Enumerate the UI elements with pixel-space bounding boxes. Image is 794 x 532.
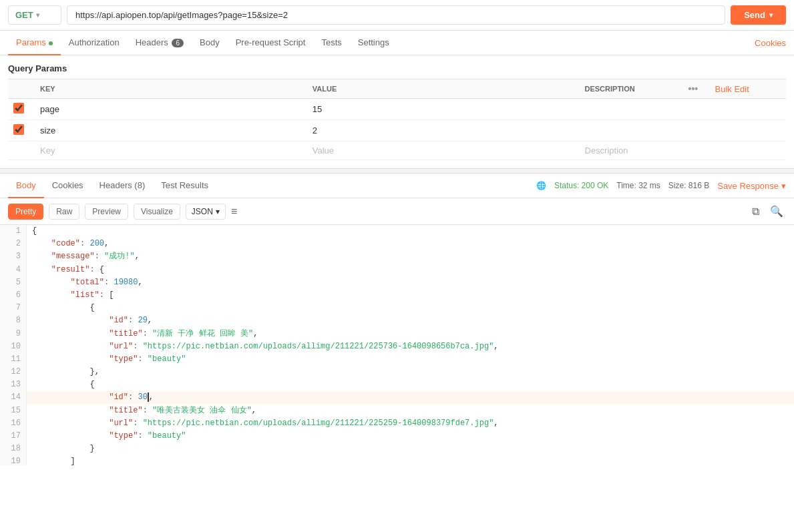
line-content-12: }, [27, 366, 794, 378]
json-format-chevron-icon: ▾ [216, 207, 220, 216]
json-line-16: 16 "url": "https://pic.netbian.com/uploa… [0, 417, 794, 430]
tab-response-test-results[interactable]: Test Results [153, 174, 216, 198]
tab-response-headers[interactable]: Headers (8) [91, 174, 154, 198]
response-time: Time: 32 ms [616, 181, 660, 190]
row2-desc-cell [580, 120, 683, 142]
line-number-10: 10 [0, 340, 27, 353]
col-key-header: KEY [35, 79, 307, 99]
tab-params[interactable]: Params [8, 31, 61, 55]
params-table: KEY VALUE DESCRIPTION ••• Bulk Edit page… [8, 79, 786, 160]
tab-settings[interactable]: Settings [350, 31, 397, 55]
save-response-button[interactable]: Save Response ▾ [717, 181, 786, 191]
tab-tests[interactable]: Tests [313, 31, 349, 55]
globe-icon: 🌐 [536, 181, 546, 190]
line-content-14: "id": 30, [27, 391, 794, 404]
line-number-14: 14 [0, 391, 27, 404]
line-number-18: 18 [0, 443, 27, 455]
line-number-5: 5 [0, 276, 27, 289]
tab-response-cookies[interactable]: Cookies [44, 174, 91, 198]
method-chevron-icon: ▾ [36, 11, 39, 19]
row1-checkbox[interactable] [13, 103, 24, 113]
json-viewer[interactable]: 1{2 "code": 200,3 "message": "成功!",4 "re… [0, 225, 794, 465]
tab-headers[interactable]: Headers 6 [128, 31, 192, 55]
json-line-12: 12 }, [0, 366, 794, 378]
section-divider [0, 168, 794, 174]
line-content-7: { [27, 302, 794, 314]
tab-body[interactable]: Body [192, 31, 228, 55]
line-content-17: "type": "beauty" [27, 430, 794, 443]
json-format-dropdown[interactable]: JSON ▾ [186, 204, 226, 220]
row1-check-cell [8, 99, 35, 120]
request-tabs: Params Authorization Headers 6 Body Pre-… [0, 31, 794, 55]
row1-value: 15 [313, 104, 322, 114]
table-row-placeholder: Key Value Description [8, 142, 786, 160]
more-icon[interactable]: ••• [688, 83, 699, 94]
line-number-8: 8 [0, 314, 27, 327]
line-number-11: 11 [0, 353, 27, 366]
search-button[interactable]: 🔍 [767, 202, 786, 220]
json-line-4: 4 "result": { [0, 264, 794, 276]
line-number-17: 17 [0, 430, 27, 443]
row2-key: size [40, 125, 55, 136]
line-number-7: 7 [0, 302, 27, 314]
response-header: Body Cookies Headers (8) Test Results 🌐 … [0, 174, 794, 198]
status-badge: Status: 200 OK [554, 181, 608, 190]
copy-button[interactable]: ⧉ [749, 202, 762, 220]
col-actions-header: ••• [683, 79, 710, 99]
json-line-2: 2 "code": 200, [0, 238, 794, 250]
line-number-16: 16 [0, 417, 27, 430]
json-line-5: 5 "total": 19080, [0, 276, 794, 289]
placeholder-key: Key [40, 146, 55, 156]
col-value-header: VALUE [307, 79, 580, 99]
col-check-header [8, 79, 35, 99]
line-number-1: 1 [0, 225, 27, 238]
row2-value: 2 [313, 125, 317, 136]
row2-checkbox[interactable] [13, 124, 24, 135]
params-dot [49, 41, 53, 45]
method-label: GET [15, 10, 33, 20]
query-params-section: Query Params KEY VALUE DESCRIPTION ••• B… [0, 55, 794, 168]
line-content-19: ] [27, 455, 794, 465]
line-content-4: "result": { [27, 264, 794, 276]
row1-key: page [40, 104, 59, 114]
format-preview-button[interactable]: Preview [85, 204, 128, 220]
line-content-10: "url": "https://pic.netbian.com/uploads/… [27, 340, 794, 353]
json-format-label: JSON [192, 207, 213, 216]
line-content-2: "code": 200, [27, 238, 794, 250]
url-input[interactable] [67, 5, 725, 25]
json-line-7: 7 { [0, 302, 794, 314]
json-line-18: 18 } [0, 443, 794, 455]
json-line-19: 19 ] [0, 455, 794, 465]
format-visualize-button[interactable]: Visualize [134, 204, 180, 220]
headers-badge: 6 [172, 39, 184, 47]
response-meta: 🌐 Status: 200 OK Time: 32 ms Size: 816 B… [536, 181, 786, 191]
send-button[interactable]: Send ▾ [731, 5, 786, 25]
format-bar-right: ⧉ 🔍 [749, 202, 786, 220]
table-row: size 2 [8, 120, 786, 142]
format-raw-button[interactable]: Raw [49, 204, 79, 220]
tab-response-body[interactable]: Body [8, 174, 44, 198]
line-content-5: "total": 19080, [27, 276, 794, 289]
json-line-11: 11 "type": "beauty" [0, 353, 794, 366]
save-chevron-icon: ▾ [781, 181, 786, 191]
send-chevron-icon: ▾ [769, 11, 773, 19]
wrap-button[interactable]: ≡ [231, 206, 237, 218]
json-line-8: 8 "id": 29, [0, 314, 794, 327]
table-row: page 15 [8, 99, 786, 120]
bulk-edit-button[interactable]: Bulk Edit [715, 84, 749, 94]
tab-pre-request-script[interactable]: Pre-request Script [228, 31, 314, 55]
format-pretty-button[interactable]: Pretty [8, 204, 43, 220]
cookies-link[interactable]: Cookies [755, 38, 786, 48]
json-line-9: 9 "title": "清新 干净 鲜花 回眸 美", [0, 328, 794, 340]
method-dropdown[interactable]: GET ▾ [8, 5, 61, 25]
line-number-9: 9 [0, 328, 27, 340]
line-number-4: 4 [0, 264, 27, 276]
tab-authorization[interactable]: Authorization [61, 31, 128, 55]
line-content-6: "list": [ [27, 289, 794, 302]
response-size: Size: 816 B [668, 181, 709, 190]
query-params-title: Query Params [8, 63, 786, 73]
line-number-3: 3 [0, 250, 27, 263]
json-line-14: 14 "id": 30, [0, 391, 794, 404]
line-number-6: 6 [0, 289, 27, 302]
send-label: Send [744, 10, 765, 20]
